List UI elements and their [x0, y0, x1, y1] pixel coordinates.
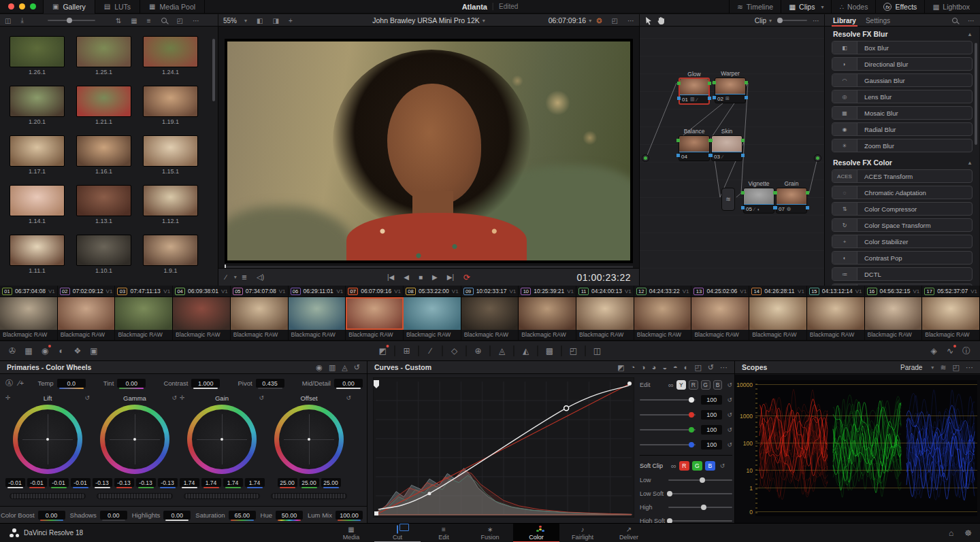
- go-to-end-button[interactable]: ▶|: [447, 273, 454, 281]
- low-slider[interactable]: [668, 479, 732, 481]
- wipe-mode-icon[interactable]: ◧: [257, 17, 263, 24]
- fx-item-box-blur[interactable]: ◧Box Blur: [832, 41, 973, 54]
- app-logo[interactable]: DaVinci Resolve 18: [10, 528, 83, 537]
- channel-button-r[interactable]: R: [689, 380, 698, 390]
- timeline-clip-thumbnail[interactable]: [691, 297, 749, 330]
- timeline-clip-thumbnail[interactable]: [58, 297, 116, 330]
- auto-balance-icon[interactable]: Ⓐ: [5, 379, 13, 387]
- fx-item-color-stabilizer[interactable]: +Color Stabilizer: [832, 235, 973, 248]
- rgb-input-port[interactable]: [677, 82, 681, 85]
- wheel-center-dot[interactable]: [46, 438, 49, 441]
- wheel-picker-icon[interactable]: ✛: [180, 394, 185, 401]
- scope-expand-icon[interactable]: ◰: [953, 364, 960, 371]
- timeline-clip-info[interactable]: 1404:26:28:11V1: [749, 286, 807, 297]
- color-match-palette-icon[interactable]: ▦: [20, 346, 37, 356]
- hue-value[interactable]: 50.00: [276, 511, 303, 520]
- timeline-clip-info[interactable]: 0706:07:09:16V1: [346, 286, 404, 297]
- thumbnail-size-slider[interactable]: [48, 20, 95, 21]
- master-wheel-slider[interactable]: [10, 493, 86, 499]
- hdr-grade-palette-icon[interactable]: ◐: [53, 346, 69, 356]
- audio-mute-icon[interactable]: ◁): [257, 273, 264, 281]
- gallery-still[interactable]: 1.10.1: [76, 235, 131, 274]
- page-tab-media[interactable]: ▦Media: [328, 524, 374, 542]
- timeline-clip-thumbnail[interactable]: [346, 297, 404, 330]
- fx-section-header[interactable]: Resolve FX Color▴: [825, 155, 979, 169]
- slider-handle[interactable]: [689, 427, 694, 433]
- wheels-mode-icon[interactable]: ◉: [316, 364, 323, 371]
- wheel-channel-value[interactable]: -0.01: [27, 478, 47, 487]
- color-wheels-palette-icon[interactable]: ◉: [37, 346, 53, 356]
- scope-settings-icon[interactable]: ≋: [940, 364, 946, 371]
- timeline-clip-info[interactable]: 0507:34:07:08V1: [231, 286, 289, 297]
- high-slider[interactable]: [668, 507, 732, 508]
- fx-item-directional-blur[interactable]: ◗Directional Blur: [832, 57, 973, 71]
- fx-item-color-space-transform[interactable]: ↻Color Space Transform: [832, 218, 973, 232]
- wheel-reset-icon[interactable]: ↺: [346, 394, 351, 401]
- curve-hue-vs-lum-icon[interactable]: ◕: [652, 364, 657, 371]
- key-input-port[interactable]: [741, 206, 745, 209]
- corrector-node-01[interactable]: Glow01▥∕: [679, 78, 710, 105]
- wheel-center-dot[interactable]: [133, 438, 136, 441]
- timeline-clip-info[interactable]: 0207:02:09:12V1: [58, 286, 116, 297]
- color-warper-palette-icon[interactable]: ⊞: [399, 346, 415, 356]
- soft-clip-channel-g[interactable]: G: [692, 461, 702, 471]
- white-balance-picker-icon[interactable]: ∕+: [18, 379, 24, 387]
- stop-button[interactable]: ■: [419, 273, 423, 281]
- rgb-input-port[interactable]: [709, 139, 713, 142]
- slider-reset-icon[interactable]: ↺: [727, 411, 732, 418]
- node-output-dot[interactable]: [814, 154, 821, 162]
- cursor-tool-icon[interactable]: [645, 16, 653, 25]
- scope-more-icon[interactable]: ⋯: [966, 364, 973, 371]
- green-gain-value[interactable]: 100: [701, 425, 723, 435]
- gallery-panel-toggle-icon[interactable]: ◫: [5, 17, 11, 24]
- timeline-clip-info[interactable]: 1104:24:00:13V1: [576, 286, 634, 297]
- saturation-value[interactable]: 65.00: [229, 511, 256, 520]
- page-tab-fusion[interactable]: ∗Fusion: [467, 524, 513, 542]
- fx-scrollbar[interactable]: [975, 43, 977, 145]
- slider-handle[interactable]: [701, 505, 706, 510]
- tab-gallery[interactable]: ▣Gallery: [44, 0, 95, 14]
- wheel-picker-icon[interactable]: ✛: [5, 394, 11, 401]
- node-view-dropdown[interactable]: Clip: [755, 17, 766, 24]
- page-tab-fairlight[interactable]: ♪Fairlight: [559, 524, 606, 542]
- sizing-palette-icon[interactable]: ◰: [566, 346, 582, 356]
- master-wheel-slider[interactable]: [184, 493, 260, 499]
- highlight-palette-icon[interactable]: ◈: [926, 346, 942, 356]
- key-output-port[interactable]: [806, 206, 809, 209]
- timeline-clip-info[interactable]: 0606:29:11:01V1: [289, 286, 346, 297]
- tab-media-pool[interactable]: ▦Media Pool: [140, 0, 205, 14]
- corrector-node-04[interactable]: Balance04: [679, 135, 710, 161]
- gallery-more-icon[interactable]: ⋯: [193, 17, 199, 24]
- wheel-channel-value[interactable]: 25.00: [299, 478, 319, 487]
- gallery-still[interactable]: 1.19.1: [143, 86, 198, 125]
- layer-mixer-node[interactable]: ≋: [721, 188, 735, 211]
- curve-sat-vs-lum-icon[interactable]: ◐: [684, 364, 689, 371]
- key-input-port[interactable]: [774, 206, 777, 209]
- rgb-output-port[interactable]: [741, 139, 745, 142]
- scope-mode-dropdown[interactable]: Parade: [900, 364, 922, 371]
- wheel-channel-value[interactable]: 1.74: [245, 478, 265, 487]
- magic-mask-palette-icon[interactable]: ◬: [494, 346, 510, 356]
- node-zoom-slider[interactable]: [777, 20, 807, 21]
- key-input-port[interactable]: [676, 154, 680, 157]
- sort-icon[interactable]: ⇅: [116, 17, 121, 24]
- color-wheel-gain[interactable]: [187, 405, 257, 474]
- corrector-node-07[interactable]: Grain07◍: [776, 188, 807, 214]
- curves-more-icon[interactable]: ⋯: [720, 364, 728, 371]
- play-button[interactable]: ▶: [432, 273, 438, 281]
- gallery-still[interactable]: 1.11.1: [10, 235, 65, 274]
- loop-button[interactable]: ⟳: [463, 273, 470, 282]
- timeline-clip-thumbnail[interactable]: [461, 297, 519, 330]
- rgb-input-port[interactable]: [713, 81, 716, 84]
- slider-handle[interactable]: [689, 397, 694, 403]
- button-timeline[interactable]: ≋Timeline: [729, 0, 781, 14]
- red-gain-value[interactable]: 100: [701, 410, 723, 420]
- rgb-input-port[interactable]: [676, 139, 680, 142]
- corrector-node-03[interactable]: Skin03∕: [711, 135, 742, 161]
- rgb-output-port[interactable]: [708, 82, 711, 85]
- fx-item-gaussian-blur[interactable]: ◠Gaussian Blur: [832, 73, 973, 87]
- curve-hue-vs-hue-icon[interactable]: ◔: [630, 364, 635, 371]
- bars-mode-icon[interactable]: ▥: [329, 364, 336, 371]
- timeline-clip-info[interactable]: 1705:52:37:07V1: [922, 286, 980, 297]
- wheel-channel-value[interactable]: -0.13: [93, 478, 112, 487]
